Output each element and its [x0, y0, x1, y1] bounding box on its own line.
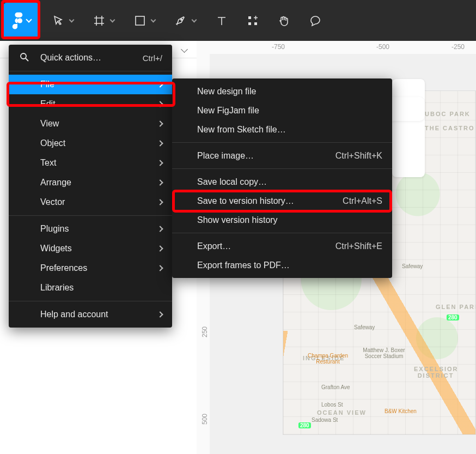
menu-edit[interactable]: Edit	[9, 94, 172, 114]
figma-logo-icon	[11, 12, 23, 29]
svg-rect-3	[248, 16, 251, 19]
horizontal-ruler: -750 -500 -250	[197, 41, 476, 54]
menu-label: Export…	[197, 241, 231, 251]
shape-tool[interactable]	[124, 0, 165, 41]
map-label: GLEN PARK	[436, 304, 476, 310]
menu-help[interactable]: Help and account	[9, 305, 172, 324]
submenu-place-image[interactable]: Place image… Ctrl+Shift+K	[172, 146, 392, 165]
text-tool[interactable]	[206, 0, 237, 41]
file-submenu: New design file New FigJam file New from…	[172, 78, 392, 278]
ruler-tick: -250	[451, 43, 465, 51]
resources-icon	[247, 15, 258, 26]
menu-view[interactable]: View	[9, 114, 172, 134]
submenu-export-pdf[interactable]: Export frames to PDF…	[172, 256, 392, 275]
menu-shortcut: Ctrl+Alt+S	[343, 196, 382, 206]
menu-quick-actions[interactable]: Quick actions… Ctrl+/	[9, 48, 172, 68]
card-overlay	[392, 79, 425, 177]
hand-icon	[278, 15, 290, 27]
menu-arrange[interactable]: Arrange	[9, 173, 172, 192]
menu-label: Save to version history…	[197, 196, 294, 206]
text-icon	[216, 15, 228, 27]
route-shield: 280	[447, 314, 459, 320]
move-tool[interactable]	[42, 0, 83, 41]
map-label: EXCELSIOR DISTRICT	[414, 366, 457, 379]
main-menu: Quick actions… Ctrl+/ File Edit View Obj…	[9, 45, 172, 328]
menu-label: New FigJam file	[197, 106, 259, 116]
submenu-new-design[interactable]: New design file	[172, 82, 392, 101]
map-label: Matthew J. Boxer Soccer Stadium	[359, 347, 408, 359]
chevron-down-icon[interactable]	[181, 46, 188, 53]
submenu-save-local[interactable]: Save local copy…	[172, 172, 392, 191]
menu-label: New from Sketch file…	[197, 125, 286, 135]
hand-tool[interactable]	[268, 0, 300, 41]
map-label: Lobos St	[321, 402, 343, 408]
map-label: B&W Kitchen	[385, 408, 417, 414]
svg-point-6	[21, 53, 26, 59]
menu-label: Preferences	[40, 263, 87, 273]
submenu-new-figjam[interactable]: New FigJam file	[172, 101, 392, 120]
toolbar	[0, 0, 476, 41]
chevron-right-icon	[157, 226, 163, 232]
menu-label: Edit	[40, 99, 56, 109]
frame-icon	[93, 15, 105, 27]
menu-label: New design file	[197, 87, 257, 96]
chevron-down-icon	[192, 17, 197, 22]
cursor-icon	[52, 15, 64, 27]
ruler-tick: 500	[201, 414, 209, 425]
menu-label: Save local copy…	[197, 177, 267, 187]
comment-tool[interactable]	[300, 0, 331, 41]
map-label: UBOC PARK	[425, 111, 471, 117]
svg-rect-4	[248, 22, 251, 25]
svg-point-0	[17, 18, 22, 23]
menu-plugins[interactable]: Plugins	[9, 219, 172, 239]
resources-tool[interactable]	[237, 0, 268, 41]
map-label: Safeway	[354, 324, 375, 330]
map-label: Safeway	[402, 263, 423, 269]
menu-widgets[interactable]: Widgets	[9, 239, 172, 258]
menu-file[interactable]: File	[9, 75, 172, 94]
submenu-show-history[interactable]: Show version history	[172, 210, 392, 229]
menu-shortcut: Ctrl+Shift+K	[335, 151, 382, 161]
svg-rect-1	[136, 16, 144, 25]
map-label: OCEAN VIEW	[317, 409, 367, 416]
comment-icon	[309, 15, 321, 27]
menu-label: Text	[40, 158, 56, 168]
menu-vector[interactable]: Vector	[9, 192, 172, 212]
ruler-tick: 250	[201, 326, 209, 337]
submenu-export[interactable]: Export… Ctrl+Shift+E	[172, 237, 392, 256]
chevron-right-icon	[157, 120, 163, 126]
menu-text[interactable]: Text	[9, 153, 172, 173]
rectangle-icon	[134, 15, 146, 27]
map-label: THE CASTRO	[425, 125, 475, 131]
svg-rect-5	[254, 22, 257, 25]
menu-label: Help and account	[40, 310, 108, 319]
menu-label: Plugins	[40, 224, 69, 234]
menu-shortcut: Ctrl+/	[143, 53, 162, 63]
submenu-new-sketch[interactable]: New from Sketch file…	[172, 120, 392, 139]
chevron-right-icon	[157, 140, 163, 146]
menu-object[interactable]: Object	[9, 134, 172, 153]
main-menu-button[interactable]	[3, 3, 39, 39]
route-shield: 280	[298, 422, 311, 428]
chevron-right-icon	[157, 81, 163, 87]
submenu-save-history[interactable]: Save to version history… Ctrl+Alt+S	[172, 191, 392, 210]
menu-preferences[interactable]: Preferences	[9, 258, 172, 278]
chevron-right-icon	[157, 245, 163, 251]
menu-separator	[172, 233, 392, 233]
menu-label: File	[40, 80, 54, 89]
svg-point-2	[181, 19, 182, 20]
menu-label: Place image…	[197, 151, 254, 161]
menu-label: Quick actions…	[40, 53, 101, 63]
chevron-down-icon	[69, 17, 75, 22]
menu-shortcut: Ctrl+Shift+E	[335, 241, 382, 251]
menu-separator	[172, 168, 392, 169]
pen-tool[interactable]	[165, 0, 206, 41]
chevron-right-icon	[157, 311, 163, 317]
menu-libraries[interactable]: Libraries	[9, 278, 172, 298]
chevron-right-icon	[157, 199, 163, 205]
menu-label: View	[40, 119, 59, 129]
chevron-right-icon	[157, 179, 163, 185]
chevron-down-icon	[151, 17, 156, 22]
frame-tool[interactable]	[83, 0, 124, 41]
menu-label: Libraries	[40, 283, 74, 293]
